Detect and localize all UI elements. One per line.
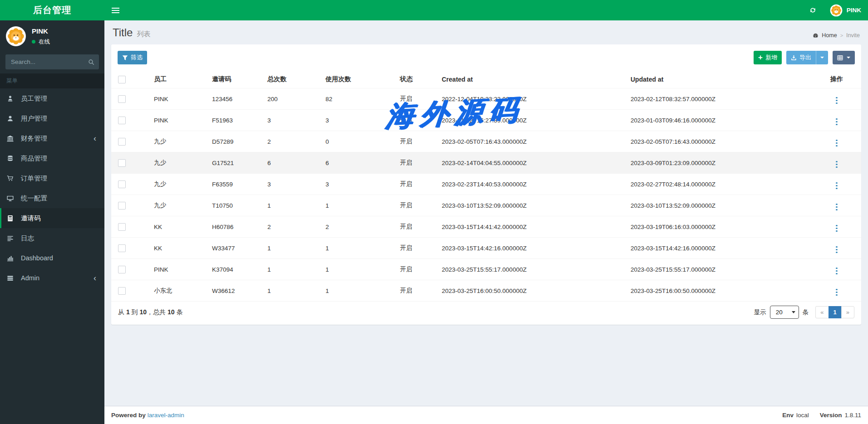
per-page-label: 显示 xyxy=(754,308,766,317)
cell-invite-code: 123456 xyxy=(208,88,264,110)
cell-updated-at: 2023-03-15T14:42:16.000000Z xyxy=(627,238,812,259)
brand-logo[interactable]: 后台管理 xyxy=(0,0,104,20)
row-checkbox[interactable] xyxy=(118,180,126,188)
breadcrumb-invite[interactable]: Invite xyxy=(846,32,860,39)
desktop-icon xyxy=(7,195,18,202)
col-updated-at: Updated at xyxy=(627,71,812,88)
row-checkbox[interactable] xyxy=(118,117,126,124)
row-checkbox[interactable] xyxy=(118,202,126,210)
sidebar-item-dashboard[interactable]: Dashboard xyxy=(0,248,104,268)
cell-total-count: 1 xyxy=(264,280,322,302)
row-checkbox[interactable] xyxy=(118,223,126,231)
filter-icon xyxy=(122,55,128,61)
row-actions-button[interactable] xyxy=(832,117,841,127)
table-summary: 从 1 到 10，总共 10 条 xyxy=(118,308,182,317)
cell-used-count: 3 xyxy=(322,110,396,131)
sidebar-item-admin[interactable]: Admin‹ xyxy=(0,268,104,288)
refresh-button[interactable] xyxy=(803,0,823,20)
table-row: KKW3347711开启2023-03-15T14:42:16.000000Z2… xyxy=(111,238,861,259)
cell-invite-code: F63559 xyxy=(208,174,264,195)
row-checkbox[interactable] xyxy=(118,95,126,103)
cell-status: 开启 xyxy=(396,238,438,259)
sidebar-item-staff[interactable]: 员工管理 xyxy=(0,88,104,108)
per-page-select[interactable]: 20 xyxy=(770,306,799,319)
sidebar-item-orders[interactable]: 订单管理 xyxy=(0,168,104,188)
pager: «1» xyxy=(816,306,854,318)
col-invite-code: 邀请码 xyxy=(208,71,264,88)
env-label: Env xyxy=(782,412,794,419)
sidebar-search xyxy=(5,54,99,69)
cell-used-count: 82 xyxy=(322,88,396,110)
cell-updated-at: 2023-03-10T13:52:09.000000Z xyxy=(627,195,812,216)
sidebar-menu: 员工管理用户管理财务管理‹商品管理订单管理统一配置邀请码日志DashboardA… xyxy=(0,88,104,288)
cell-employee: PINK xyxy=(150,88,208,110)
cell-updated-at: 2023-03-25T15:55:17.000000Z xyxy=(627,259,812,280)
table-row: 九少T1075011开启2023-03-10T13:52:09.000000Z2… xyxy=(111,195,861,216)
sidebar-item-config[interactable]: 统一配置 xyxy=(0,188,104,208)
row-actions-button[interactable] xyxy=(832,96,841,105)
sidebar-item-goods[interactable]: 商品管理 xyxy=(0,148,104,168)
page-title: Title xyxy=(113,26,133,39)
row-actions-button[interactable] xyxy=(832,267,841,276)
row-actions-button[interactable] xyxy=(832,139,841,148)
row-checkbox[interactable] xyxy=(118,287,126,295)
sidebar-item-label: 商品管理 xyxy=(21,154,100,163)
per-page-unit: 条 xyxy=(803,308,809,317)
cell-invite-code: F51963 xyxy=(208,110,264,131)
row-checkbox[interactable] xyxy=(118,244,126,252)
sidebar-item-logs[interactable]: 日志 xyxy=(0,228,104,248)
sidebar-item-users[interactable]: 用户管理 xyxy=(0,108,104,128)
powered-by-label: Powered by xyxy=(111,412,146,419)
cell-invite-code: K37094 xyxy=(208,259,264,280)
row-checkbox[interactable] xyxy=(118,138,126,146)
table-row: 九少F6355933开启2023-02-23T14:40:53.000000Z2… xyxy=(111,174,861,195)
export-button[interactable]: 导出 xyxy=(786,51,816,64)
row-actions-button[interactable] xyxy=(832,181,841,190)
content-area: Title列表 Home>Invite 筛选 + 新增 xyxy=(104,20,868,406)
cell-status: 开启 xyxy=(396,152,438,174)
cell-status: 开启 xyxy=(396,216,438,238)
add-button[interactable]: + 新增 xyxy=(754,51,782,64)
refresh-icon xyxy=(809,7,816,14)
column-selector-button[interactable] xyxy=(833,51,855,64)
sidebar-user-avatar xyxy=(5,26,26,47)
sidebar-item-label: 日志 xyxy=(21,234,100,243)
row-actions-button[interactable] xyxy=(832,203,841,212)
pager-page-1[interactable]: 1 xyxy=(829,306,842,318)
search-icon[interactable] xyxy=(85,56,98,68)
user-menu[interactable]: PINK xyxy=(823,0,868,20)
sidebar-item-finance[interactable]: 财务管理‹ xyxy=(0,128,104,148)
row-actions-button[interactable] xyxy=(832,245,841,254)
pager-prev[interactable]: « xyxy=(815,306,829,318)
cell-created-at: 2023-02-14T04:04:55.000000Z xyxy=(438,152,627,174)
cell-created-at: 2023-03-25T15:55:17.000000Z xyxy=(438,259,627,280)
cell-updated-at: 2023-02-05T07:16:43.000000Z xyxy=(627,131,812,152)
caret-down-icon xyxy=(820,57,824,58)
row-actions-button[interactable] xyxy=(832,224,841,233)
cell-total-count: 1 xyxy=(264,195,322,216)
sidebar-item-invite[interactable]: 邀请码 xyxy=(0,208,104,228)
row-checkbox[interactable] xyxy=(118,159,126,167)
bank-icon xyxy=(7,135,18,142)
menu-header: 菜单 xyxy=(0,73,104,88)
cell-updated-at: 2023-01-03T09:46:16.000000Z xyxy=(627,110,812,131)
pager-next[interactable]: » xyxy=(841,306,854,318)
cell-used-count: 3 xyxy=(322,174,396,195)
filter-button[interactable]: 筛选 xyxy=(118,51,147,64)
cell-status: 开启 xyxy=(396,174,438,195)
cell-total-count: 200 xyxy=(264,88,322,110)
laravel-admin-link[interactable]: laravel-admin xyxy=(148,412,184,419)
page-subtitle: 列表 xyxy=(137,30,150,38)
row-actions-button[interactable] xyxy=(832,288,841,297)
select-all-checkbox[interactable] xyxy=(118,76,126,83)
row-actions-button[interactable] xyxy=(832,160,841,169)
top-navbar: 后台管理 PINK xyxy=(0,0,868,20)
row-checkbox[interactable] xyxy=(118,266,126,273)
export-dropdown-button[interactable] xyxy=(816,51,828,64)
caret-down-icon xyxy=(847,57,850,58)
sidebar-toggle-button[interactable] xyxy=(104,0,126,20)
table-row: KKH6078622开启2023-03-15T14:41:42.000000Z2… xyxy=(111,216,861,238)
cell-employee: 小东北 xyxy=(150,280,208,302)
cell-created-at: 2023-03-25T16:00:50.000000Z xyxy=(438,280,627,302)
breadcrumb-home[interactable]: Home xyxy=(822,32,837,39)
